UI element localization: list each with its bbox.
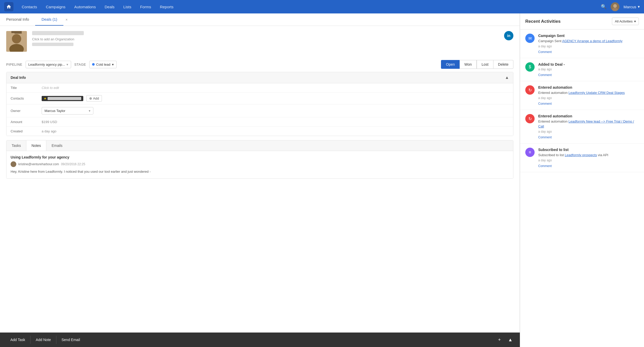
tab-notes[interactable]: Notes xyxy=(26,140,47,151)
deal-field-value-created: a day ago xyxy=(42,129,509,133)
send-email-button[interactable]: Send Email xyxy=(56,336,85,344)
collapse-icon-button[interactable]: ▲ xyxy=(506,336,515,344)
contact-org[interactable]: Click to add an Organization xyxy=(32,37,513,41)
lost-button[interactable]: Lost xyxy=(477,60,493,69)
activity-time: a day ago xyxy=(538,130,639,133)
activity-item-campaign-sent: ✉ Campaign Sent Campaign Sent AGENCY Arr… xyxy=(520,29,644,58)
linkedin-badge[interactable]: in xyxy=(504,31,513,40)
activity-title: Entered automation xyxy=(538,114,639,118)
nav-campaigns[interactable]: Campaigns xyxy=(42,3,70,11)
contact-header: Click to add an Organization in xyxy=(0,26,520,57)
activity-link[interactable]: Leadformly Update CRM Deal Stages xyxy=(568,91,625,95)
tab-deals[interactable]: Deals (1) xyxy=(35,13,63,26)
delete-button[interactable]: Delete xyxy=(493,60,513,69)
activity-item-automation-2: ↻ Entered automation Entered automation … xyxy=(520,110,644,143)
comment-button[interactable]: Comment xyxy=(538,73,552,77)
main-wrapper: Personal Info Deals (1) × Click to add a… xyxy=(0,0,644,347)
nav-deals[interactable]: Deals xyxy=(100,3,118,11)
activity-title: Subscribed to list xyxy=(538,148,639,152)
top-navigation: Contacts Campaigns Automations Deals Lis… xyxy=(0,0,644,13)
pipeline-label: PIPELINE xyxy=(6,63,23,66)
activity-content: Subscribed to list Subscribed to list Le… xyxy=(538,148,639,168)
right-panel-header: Recent Activities All Activities ▾ xyxy=(520,13,644,29)
deal-info-title: Deal Info xyxy=(11,76,26,80)
note-item: Using Leadformly for your agency kristin… xyxy=(6,151,513,178)
user-menu[interactable]: Marcus ▾ xyxy=(624,4,640,9)
tab-close-button[interactable]: × xyxy=(63,13,70,26)
nav-automations[interactable]: Automations xyxy=(70,3,100,11)
tab-personal-info[interactable]: Personal Info xyxy=(0,13,35,26)
activities-filter[interactable]: All Activities ▾ xyxy=(612,18,639,25)
contact-name-blurred xyxy=(32,31,84,35)
pipeline-select[interactable]: Leadformly agency pip... ▾ xyxy=(26,61,71,68)
nav-links: Contacts Campaigns Automations Deals Lis… xyxy=(18,3,601,11)
deal-row-title: Title Click to edit xyxy=(6,83,513,93)
activity-title: Campaign Sent xyxy=(538,34,639,38)
avatar xyxy=(611,2,619,11)
content-tabs: Tasks Notes Emails Using Leadformly for … xyxy=(6,140,513,179)
note-author: kristine@ventureharbour.com xyxy=(18,162,59,166)
nav-reports[interactable]: Reports xyxy=(156,3,178,11)
nav-contacts[interactable]: Contacts xyxy=(18,3,41,11)
svg-point-0 xyxy=(613,4,617,8)
filter-label: All Activities xyxy=(615,19,633,23)
deal-info-section: Deal Info ▲ Title Click to edit Contacts… xyxy=(6,72,513,136)
activity-desc: Campaign Sent AGENCY Arrange a demo of L… xyxy=(538,39,639,43)
contact-tag[interactable]: ★ xyxy=(42,96,83,101)
contact-email-blurred xyxy=(48,97,81,100)
nav-forms[interactable]: Forms xyxy=(136,3,155,11)
plus-icon-button[interactable]: + xyxy=(496,336,503,344)
collapse-button[interactable]: ▲ xyxy=(505,75,509,80)
stage-label: STAGE xyxy=(74,63,86,66)
nav-lists[interactable]: Lists xyxy=(119,3,136,11)
activity-time: a day ago xyxy=(538,96,639,100)
search-icon[interactable]: 🔍 xyxy=(601,4,606,10)
deal-field-value-amount: $199 USD xyxy=(42,120,509,124)
activity-time: a day ago xyxy=(538,44,639,48)
comment-button[interactable]: Comment xyxy=(538,102,552,105)
note-body: Hey, Kristine here from Leadformly. I no… xyxy=(11,169,509,174)
activity-desc-prefix: Entered automation xyxy=(538,91,568,95)
contact-email-blurred xyxy=(32,43,73,46)
activity-desc-prefix: Subscribed to list xyxy=(538,153,565,157)
activity-desc-suffix: via API xyxy=(597,153,608,157)
won-button[interactable]: Won xyxy=(460,60,477,69)
activity-link[interactable]: Leadformly prospects xyxy=(565,153,597,157)
add-contact-button[interactable]: ⊕ Add xyxy=(86,95,102,102)
deal-field-label-owner: Owner xyxy=(11,109,42,113)
deal-row-owner: Owner Marcus Taylor ▾ xyxy=(6,104,513,117)
note-title: Using Leadformly for your agency xyxy=(11,155,509,159)
deal-field-label-created: Created xyxy=(11,129,42,133)
activity-item-automation-1: ↻ Entered automation Entered automation … xyxy=(520,81,644,110)
open-button[interactable]: Open xyxy=(441,60,459,69)
stage-select[interactable]: Cold lead ▾ xyxy=(89,61,117,68)
list-activity-icon: ≡ xyxy=(525,148,535,157)
owner-select[interactable]: Marcus Taylor ▾ xyxy=(42,107,93,115)
activity-content: Entered automation Entered automation Le… xyxy=(538,85,639,105)
deal-field-value-contacts: ★ ⊕ Add xyxy=(42,95,509,102)
pipeline-value: Leadformly agency pip... xyxy=(28,63,65,66)
home-button[interactable] xyxy=(4,2,13,11)
nav-right: 🔍 Marcus ▾ xyxy=(601,2,640,11)
activity-link[interactable]: AGENCY Arrange a demo of Leadformly xyxy=(562,39,623,43)
recent-activities-title: Recent Activities xyxy=(525,19,560,24)
automation-activity-icon: ↻ xyxy=(525,85,535,95)
deal-field-value-title[interactable]: Click to edit xyxy=(42,86,509,90)
stage-chevron-icon: ▾ xyxy=(112,63,114,66)
deal-field-label-contacts: Contacts xyxy=(11,96,42,100)
comment-button[interactable]: Comment xyxy=(538,164,552,168)
comment-button[interactable]: Comment xyxy=(538,135,552,139)
comment-button[interactable]: Comment xyxy=(538,50,552,54)
chevron-down-icon: ▾ xyxy=(638,4,640,9)
activity-content: Campaign Sent Campaign Sent AGENCY Arran… xyxy=(538,34,639,54)
bottom-actions: + ▲ xyxy=(496,336,515,344)
tab-tasks[interactable]: Tasks xyxy=(6,140,26,151)
user-name: Marcus xyxy=(624,5,636,9)
add-task-button[interactable]: Add Task xyxy=(5,336,31,344)
add-note-button[interactable]: Add Note xyxy=(31,336,56,344)
tab-emails[interactable]: Emails xyxy=(46,140,68,151)
deal-row-contacts: Contacts ★ ⊕ Add xyxy=(6,93,513,104)
deal-field-label-amount: Amount xyxy=(11,120,42,124)
contact-info: Click to add an Organization xyxy=(32,31,513,46)
activity-desc-prefix: Entered automation xyxy=(538,119,568,123)
